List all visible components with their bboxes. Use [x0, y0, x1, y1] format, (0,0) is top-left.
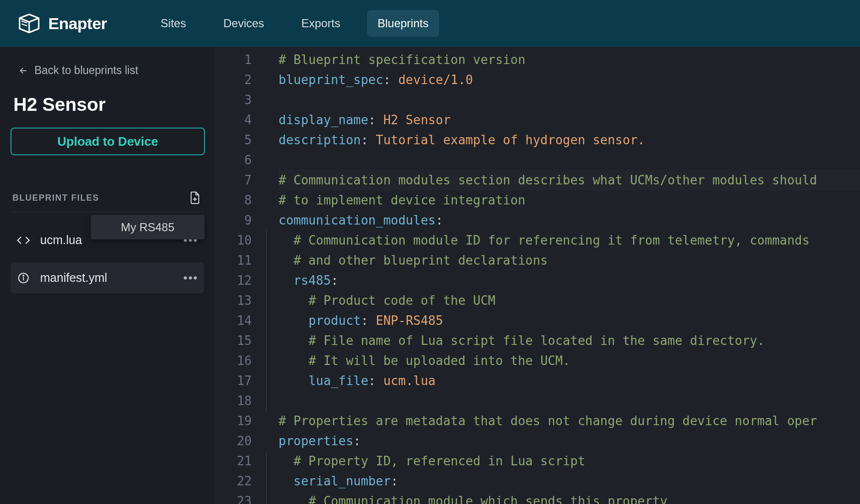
code-editor[interactable]: 1234567891011121314151617181920212223 # …: [215, 47, 860, 504]
file-name: manifest.yml: [40, 271, 183, 285]
enapter-logo-icon: [17, 12, 42, 34]
device-popover[interactable]: My RS485: [91, 215, 204, 239]
file-menu-button[interactable]: •••: [183, 271, 198, 285]
nav-tab-sites[interactable]: Sites: [150, 10, 196, 37]
back-to-list-link[interactable]: Back to blueprints list: [11, 58, 204, 83]
info-icon: [16, 272, 31, 284]
code-content[interactable]: # Blueprint specification versionbluepri…: [259, 47, 860, 504]
code-icon: [16, 235, 31, 246]
file-plus-icon: [189, 191, 201, 204]
nav-tab-exports[interactable]: Exports: [291, 10, 351, 37]
nav-tab-devices[interactable]: Devices: [213, 10, 274, 37]
back-link-label: Back to blueprints list: [34, 64, 138, 77]
brand-name: Enapter: [48, 14, 107, 33]
add-file-button[interactable]: [188, 191, 202, 205]
files-header-label: BLUEPRINT FILES: [12, 193, 99, 203]
brand-logo[interactable]: Enapter: [17, 12, 107, 34]
blueprint-title: H2 Sensor: [13, 94, 204, 115]
nav-tabs: SitesDevicesExportsBlueprints: [150, 10, 439, 37]
sidebar: Back to blueprints list H2 Sensor Upload…: [0, 47, 215, 504]
arrow-left-icon: [18, 65, 29, 76]
upload-to-device-button[interactable]: Upload to Device: [11, 128, 205, 155]
nav-tab-blueprints[interactable]: Blueprints: [367, 10, 439, 37]
files-header: BLUEPRINT FILES: [11, 191, 204, 212]
svg-point-2: [23, 275, 24, 276]
file-row-manifest-yml[interactable]: manifest.yml•••: [11, 262, 204, 293]
top-nav: Enapter SitesDevicesExportsBlueprints: [0, 0, 860, 47]
line-gutter: 1234567891011121314151617181920212223: [215, 47, 259, 504]
